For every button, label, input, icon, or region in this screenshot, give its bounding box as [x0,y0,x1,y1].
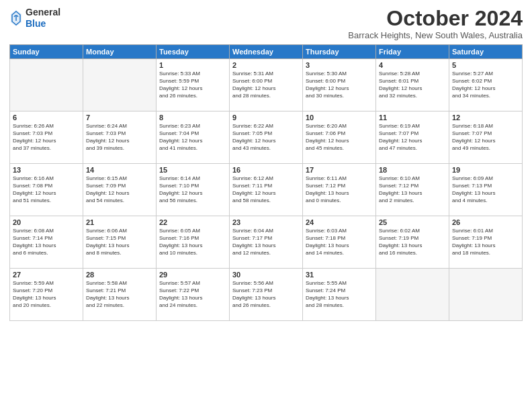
calendar-day-31: 31Sunrise: 5:55 AMSunset: 7:24 PMDayligh… [303,269,376,321]
calendar-week-2: 6Sunrise: 6:26 AMSunset: 7:03 PMDaylight… [10,111,523,164]
day-number: 2 [232,61,300,69]
day-number: 24 [306,218,373,226]
calendar-week-3: 13Sunrise: 6:16 AMSunset: 7:08 PMDayligh… [10,164,523,216]
day-details: Sunrise: 6:03 AMSunset: 7:18 PMDaylight:… [306,228,373,257]
day-details: Sunrise: 5:30 AMSunset: 6:00 PMDaylight:… [306,71,373,99]
day-details: Sunrise: 6:16 AMSunset: 7:08 PMDaylight:… [13,175,80,204]
day-details: Sunrise: 6:02 AMSunset: 7:19 PMDaylight:… [379,228,446,257]
day-number: 29 [159,271,226,279]
calendar-header-row: SundayMondayTuesdayWednesdayThursdayFrid… [10,45,523,59]
calendar-day-29: 29Sunrise: 5:57 AMSunset: 7:22 PMDayligh… [157,269,230,321]
day-details: Sunrise: 5:27 AMSunset: 6:02 PMDaylight:… [452,71,519,99]
calendar-day-10: 10Sunrise: 6:20 AMSunset: 7:06 PMDayligh… [303,111,376,164]
day-number: 26 [452,218,519,226]
calendar-day-empty [83,59,157,111]
calendar-day-4: 4Sunrise: 5:28 AMSunset: 6:01 PMDaylight… [376,59,449,111]
day-header-friday: Friday [376,45,449,59]
day-number: 19 [452,166,519,174]
day-details: Sunrise: 6:22 AMSunset: 7:05 PMDaylight:… [232,123,300,152]
calendar-day-22: 22Sunrise: 6:05 AMSunset: 7:16 PMDayligh… [157,216,230,269]
calendar-day-21: 21Sunrise: 6:06 AMSunset: 7:15 PMDayligh… [83,216,157,269]
day-details: Sunrise: 5:56 AMSunset: 7:23 PMDaylight:… [232,280,300,309]
day-details: Sunrise: 6:12 AMSunset: 7:11 PMDaylight:… [232,175,300,204]
day-details: Sunrise: 6:06 AMSunset: 7:15 PMDaylight:… [86,228,153,257]
day-number: 11 [379,113,446,122]
day-header-monday: Monday [83,45,157,59]
day-header-saturday: Saturday [449,45,523,59]
day-details: Sunrise: 6:10 AMSunset: 7:12 PMDaylight:… [379,175,446,204]
day-details: Sunrise: 6:11 AMSunset: 7:12 PMDaylight:… [306,175,373,204]
calendar-day-13: 13Sunrise: 6:16 AMSunset: 7:08 PMDayligh… [10,164,83,216]
day-details: Sunrise: 6:05 AMSunset: 7:16 PMDaylight:… [159,228,226,257]
day-number: 6 [13,113,80,122]
location: Barrack Heights, New South Wales, Austra… [348,30,523,40]
day-details: Sunrise: 6:09 AMSunset: 7:13 PMDaylight:… [452,175,519,204]
day-number: 1 [159,61,226,69]
day-header-thursday: Thursday [303,45,376,59]
day-number: 13 [13,166,80,174]
day-details: Sunrise: 5:31 AMSunset: 6:00 PMDaylight:… [232,71,300,99]
calendar-day-25: 25Sunrise: 6:02 AMSunset: 7:19 PMDayligh… [376,216,449,269]
calendar-day-11: 11Sunrise: 6:19 AMSunset: 7:07 PMDayligh… [376,111,449,164]
calendar-day-17: 17Sunrise: 6:11 AMSunset: 7:12 PMDayligh… [303,164,376,216]
day-details: Sunrise: 5:57 AMSunset: 7:22 PMDaylight:… [159,280,226,309]
day-details: Sunrise: 5:28 AMSunset: 6:01 PMDaylight:… [379,71,446,99]
calendar-day-12: 12Sunrise: 6:18 AMSunset: 7:07 PMDayligh… [449,111,523,164]
day-number: 9 [232,113,300,122]
day-details: Sunrise: 5:58 AMSunset: 7:21 PMDaylight:… [86,280,153,309]
day-details: Sunrise: 6:24 AMSunset: 7:03 PMDaylight:… [86,123,153,152]
calendar-day-5: 5Sunrise: 5:27 AMSunset: 6:02 PMDaylight… [449,59,523,111]
day-details: Sunrise: 6:18 AMSunset: 7:07 PMDaylight:… [452,123,519,152]
day-details: Sunrise: 6:15 AMSunset: 7:09 PMDaylight:… [86,175,153,204]
day-details: Sunrise: 6:20 AMSunset: 7:06 PMDaylight:… [306,123,373,152]
calendar-day-8: 8Sunrise: 6:23 AMSunset: 7:04 PMDaylight… [157,111,230,164]
calendar-day-9: 9Sunrise: 6:22 AMSunset: 7:05 PMDaylight… [230,111,303,164]
day-number: 28 [86,271,153,279]
logo: General Blue [9,7,60,30]
calendar-week-1: 1Sunrise: 5:33 AMSunset: 5:59 PMDaylight… [10,59,523,111]
day-details: Sunrise: 6:26 AMSunset: 7:03 PMDaylight:… [13,123,80,152]
month-title: October 2024 [348,7,523,30]
calendar-day-empty [449,269,523,321]
calendar-week-5: 27Sunrise: 5:59 AMSunset: 7:20 PMDayligh… [10,269,523,321]
day-header-tuesday: Tuesday [157,45,230,59]
day-details: Sunrise: 6:01 AMSunset: 7:19 PMDaylight:… [452,228,519,257]
day-number: 22 [159,218,226,226]
calendar-day-empty [10,59,83,111]
day-number: 20 [13,218,80,226]
day-number: 16 [232,166,300,174]
day-header-wednesday: Wednesday [230,45,303,59]
day-header-sunday: Sunday [10,45,83,59]
day-number: 25 [379,218,446,226]
day-number: 27 [13,271,80,279]
calendar-day-27: 27Sunrise: 5:59 AMSunset: 7:20 PMDayligh… [10,269,83,321]
calendar-day-18: 18Sunrise: 6:10 AMSunset: 7:12 PMDayligh… [376,164,449,216]
day-number: 23 [232,218,300,226]
day-details: Sunrise: 5:55 AMSunset: 7:24 PMDaylight:… [306,280,373,309]
day-details: Sunrise: 6:23 AMSunset: 7:04 PMDaylight:… [159,123,226,152]
day-number: 31 [306,271,373,279]
calendar-day-15: 15Sunrise: 6:14 AMSunset: 7:10 PMDayligh… [157,164,230,216]
calendar-day-28: 28Sunrise: 5:58 AMSunset: 7:21 PMDayligh… [83,269,157,321]
day-details: Sunrise: 6:19 AMSunset: 7:07 PMDaylight:… [379,123,446,152]
logo-general: General [26,7,60,18]
day-number: 5 [452,61,519,69]
day-details: Sunrise: 5:59 AMSunset: 7:20 PMDaylight:… [13,280,80,309]
day-details: Sunrise: 6:04 AMSunset: 7:17 PMDaylight:… [232,228,300,257]
day-number: 30 [232,271,300,279]
day-number: 10 [306,113,373,122]
calendar-day-19: 19Sunrise: 6:09 AMSunset: 7:13 PMDayligh… [449,164,523,216]
calendar-day-1: 1Sunrise: 5:33 AMSunset: 5:59 PMDaylight… [157,59,230,111]
calendar: SundayMondayTuesdayWednesdayThursdayFrid… [9,44,523,321]
day-number: 14 [86,166,153,174]
day-number: 15 [159,166,226,174]
calendar-day-14: 14Sunrise: 6:15 AMSunset: 7:09 PMDayligh… [83,164,157,216]
calendar-day-23: 23Sunrise: 6:04 AMSunset: 7:17 PMDayligh… [230,216,303,269]
calendar-week-4: 20Sunrise: 6:08 AMSunset: 7:14 PMDayligh… [10,216,523,269]
day-number: 8 [159,113,226,122]
day-number: 4 [379,61,446,69]
logo-blue: Blue [26,18,60,30]
day-number: 18 [379,166,446,174]
calendar-day-empty [376,269,449,321]
day-number: 17 [306,166,373,174]
